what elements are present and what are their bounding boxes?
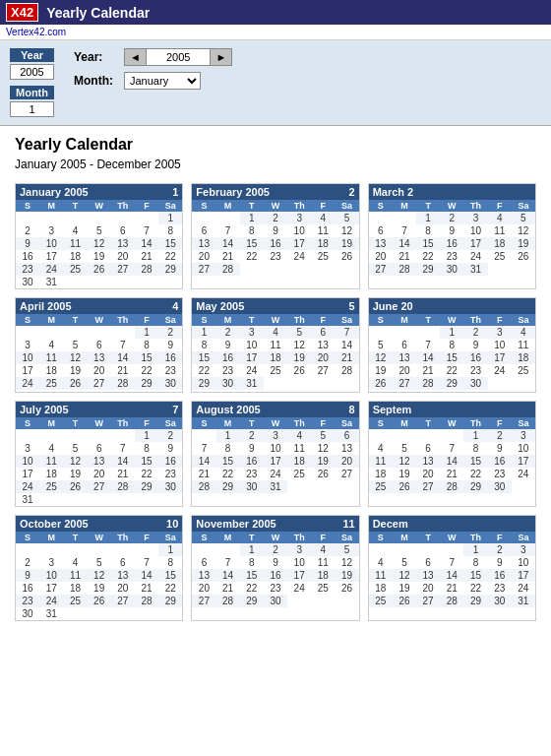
month-name: June 20 — [373, 300, 413, 312]
day-header: Sa — [158, 200, 182, 212]
day-cell: 25 — [369, 595, 393, 607]
table-row: 3456789 — [16, 442, 182, 455]
day-cell: 3 — [264, 429, 287, 442]
table-row: 12 — [16, 326, 182, 339]
day-cell — [440, 390, 463, 392]
day-cell — [135, 543, 158, 556]
day-cell: 20 — [335, 455, 358, 468]
day-cell: 5 — [369, 339, 393, 351]
day-cell: 20 — [88, 468, 111, 480]
day-cell: 22 — [135, 468, 158, 480]
day-cell: 1 — [192, 326, 215, 339]
day-cell: 1 — [135, 326, 158, 339]
month-calendar: October 200510SMTWThFSa12345678910111213… — [15, 515, 183, 621]
day-cell: 20 — [88, 364, 111, 377]
year-next-button[interactable]: ► — [210, 48, 232, 66]
day-header: Th — [111, 200, 135, 212]
table-row: 45678910 — [369, 442, 535, 455]
day-cell: 27 — [311, 364, 335, 377]
day-cell — [63, 212, 87, 224]
table-row: 10111213141516 — [16, 455, 182, 468]
day-cell — [369, 326, 393, 339]
day-cell — [463, 390, 487, 392]
day-header: F — [488, 417, 512, 429]
day-header: S — [192, 200, 215, 212]
day-cell: 8 — [135, 339, 158, 351]
day-header: W — [88, 314, 111, 326]
month-number: 10 — [166, 518, 178, 530]
table-row: 2728293031 — [369, 263, 535, 276]
year-control-label: Year: — [74, 50, 118, 64]
day-cell: 14 — [192, 455, 215, 468]
table-row: 20212223242526 — [369, 250, 535, 263]
day-cell — [287, 377, 311, 390]
day-header: W — [440, 532, 463, 543]
day-cell: 3 — [16, 339, 39, 351]
year-prev-button[interactable]: ◄ — [124, 48, 147, 66]
day-cell: 9 — [158, 442, 182, 455]
day-header: W — [440, 417, 463, 429]
month-select[interactable]: January February March April May June Ju… — [124, 72, 201, 90]
month-name: November 2005 — [196, 518, 276, 530]
day-cell: 21 — [111, 364, 135, 377]
day-cell: 15 — [440, 351, 463, 364]
day-cell: 18 — [512, 351, 535, 364]
day-cell: 3 — [39, 556, 63, 569]
day-cell: 18 — [287, 455, 311, 468]
day-cell — [311, 263, 335, 276]
table-row: 6789101112 — [369, 224, 535, 237]
day-cell: 16 — [16, 250, 39, 263]
day-header: W — [88, 532, 111, 543]
day-cell: 27 — [416, 595, 440, 607]
table-row: 13141516171819 — [192, 237, 358, 250]
day-header: T — [240, 417, 264, 429]
day-cell: 22 — [463, 582, 487, 595]
day-cell: 26 — [512, 250, 535, 263]
day-cell — [440, 607, 463, 609]
day-cell: 10 — [16, 351, 39, 364]
day-cell: 10 — [287, 556, 311, 569]
day-cell — [135, 276, 158, 288]
day-cell: 3 — [39, 224, 63, 237]
day-cell: 28 — [135, 595, 158, 607]
day-cell: 5 — [287, 326, 311, 339]
day-cell: 31 — [264, 480, 287, 493]
table-row: 1 — [16, 212, 182, 224]
day-cell: 24 — [264, 468, 287, 480]
day-cell — [63, 543, 87, 556]
table-row — [16, 390, 182, 392]
day-cell — [264, 263, 287, 276]
month-header: June 20 — [369, 298, 535, 314]
month-number: 5 — [349, 300, 355, 312]
day-cell: 20 — [416, 468, 440, 480]
day-cell: 22 — [216, 468, 240, 480]
day-cell: 29 — [158, 595, 182, 607]
month-control-label: Month: — [74, 74, 118, 88]
day-cell: 3 — [287, 212, 311, 224]
day-cell: 30 — [264, 595, 287, 607]
day-cell: 27 — [393, 377, 416, 390]
month-name: February 2005 — [196, 186, 270, 198]
table-row: 16171819202122 — [16, 250, 182, 263]
day-cell — [512, 493, 535, 495]
day-cell — [88, 326, 111, 339]
day-cell: 22 — [192, 364, 215, 377]
day-cell — [416, 543, 440, 556]
day-cell: 11 — [488, 224, 512, 237]
day-cell: 2 — [158, 326, 182, 339]
day-cell: 28 — [440, 595, 463, 607]
day-cell: 16 — [16, 582, 39, 595]
day-cell: 15 — [416, 237, 440, 250]
day-cell: 11 — [287, 442, 311, 455]
day-cell: 8 — [416, 224, 440, 237]
day-cell: 25 — [264, 364, 287, 377]
day-cell: 10 — [16, 455, 39, 468]
day-header: F — [135, 314, 158, 326]
day-cell: 14 — [216, 569, 240, 582]
day-cell: 30 — [216, 377, 240, 390]
table-row: 11121314151617 — [369, 455, 535, 468]
day-cell: 25 — [287, 468, 311, 480]
table-row: 3456789 — [16, 339, 182, 351]
day-cell: 17 — [240, 351, 264, 364]
month-calendar: SeptemSMTWThFSa1234567891011121314151617… — [368, 401, 536, 507]
